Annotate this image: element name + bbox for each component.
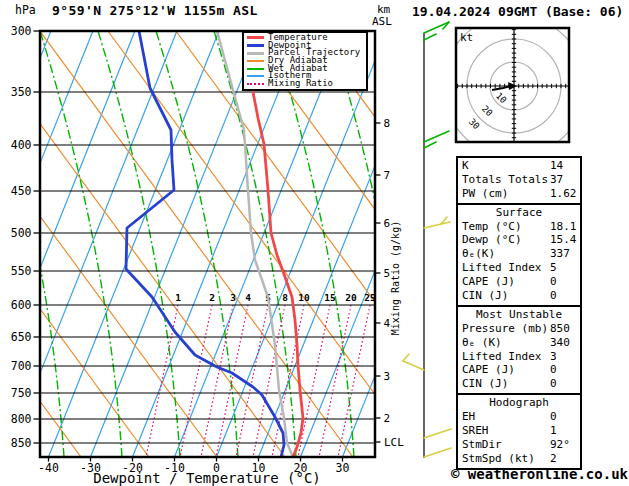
index-value: 14: [550, 159, 563, 172]
svg-text:650: 650: [11, 330, 32, 344]
svg-text:7: 7: [384, 169, 391, 182]
index-label: CAPE (J): [462, 275, 550, 289]
index-value: 18.1: [550, 220, 577, 233]
svg-text:3: 3: [230, 292, 236, 303]
datetime-label: 19.04.2024 09GMT (Base: 06): [412, 4, 623, 19]
legend-line-sample: [247, 52, 264, 55]
index-row: Lifted Index3: [462, 350, 580, 364]
lcl-label: LCL: [384, 436, 404, 449]
index-label: Pressure (mb): [462, 322, 550, 336]
chart-legend: TemperatureDewpointParcel TrajectoryDry …: [242, 31, 368, 91]
asl-unit-label: ASL: [372, 15, 392, 28]
index-value: 0: [550, 363, 557, 376]
mixing-ratio-labels: 12345810152025: [175, 292, 376, 303]
index-row: Lifted Index5: [462, 261, 580, 275]
wind-barb: [403, 354, 409, 361]
svg-text:450: 450: [11, 184, 32, 198]
svg-text:2: 2: [209, 292, 215, 303]
svg-text:600: 600: [11, 298, 32, 312]
index-label: StmDir: [462, 438, 550, 452]
index-value: 850: [550, 322, 570, 335]
index-label: CAPE (J): [462, 363, 550, 377]
indices-box: SurfaceTemp (°C)18.1Dewp (°C)15.4θₑ(K)33…: [456, 203, 582, 307]
svg-text:800: 800: [11, 412, 32, 426]
svg-text:500: 500: [11, 226, 32, 240]
legend-line-sample: [247, 44, 264, 47]
index-row: CAPE (J)0: [462, 275, 580, 289]
index-value: 0: [550, 377, 557, 390]
svg-text:400: 400: [11, 138, 32, 152]
x-axis-title: Dewpoint / Temperature (°C): [93, 470, 321, 486]
svg-text:4: 4: [245, 292, 251, 303]
index-label: EH: [462, 410, 550, 424]
legend-line-sample: [247, 83, 264, 85]
index-label: StmSpd (kt): [462, 452, 550, 466]
index-row: StmDir92°: [462, 438, 580, 452]
indices-box-header: Hodograph: [462, 396, 580, 410]
svg-text:8: 8: [282, 292, 288, 303]
temperature-axis: -40-30-20-100102030Dewpoint / Temperatur…: [38, 457, 349, 486]
svg-text:10: 10: [298, 292, 310, 303]
index-label: PW (cm): [462, 187, 550, 201]
wind-barb: [403, 361, 424, 370]
wind-barb: [424, 429, 451, 438]
index-row: θₑ(K)337: [462, 247, 580, 261]
index-label: Temp (°C): [462, 220, 550, 234]
svg-text:15: 15: [324, 292, 336, 303]
wind-barb: [424, 142, 436, 148]
index-label: CIN (J): [462, 289, 550, 303]
legend-line-sample: [247, 75, 264, 77]
svg-text:350: 350: [11, 85, 32, 99]
page-title: 9°59'N 275°12'W 1155m ASL: [52, 3, 258, 18]
sounding-screenshot: 1234581015202530035040045050055060065070…: [0, 0, 629, 486]
indices-box: K14Totals Totals37PW (cm)1.62: [456, 156, 582, 205]
index-label: Lifted Index: [462, 261, 550, 275]
svg-text:850: 850: [11, 436, 32, 450]
index-label: CIN (J): [462, 377, 550, 391]
index-label: K: [462, 159, 550, 173]
index-row: θₑ (K)340: [462, 336, 580, 350]
index-value: 5: [550, 261, 557, 274]
index-row: CIN (J)0: [462, 289, 580, 303]
index-row: EH0: [462, 410, 580, 424]
index-value: 1.62: [550, 187, 577, 200]
svg-text:8: 8: [384, 117, 391, 130]
index-value: 15.4: [550, 233, 577, 246]
index-value: 1: [550, 424, 557, 437]
indices-box-header: Most Unstable: [462, 308, 580, 322]
index-value: 0: [550, 275, 557, 288]
index-value: 337: [550, 247, 570, 260]
index-row: StmSpd (kt)2: [462, 452, 580, 466]
index-row: Pressure (mb)850: [462, 322, 580, 336]
index-label: θₑ (K): [462, 336, 550, 350]
indices-box-header: Surface: [462, 206, 580, 220]
svg-text:30: 30: [336, 461, 350, 475]
index-label: SREH: [462, 424, 550, 438]
index-label: Totals Totals: [462, 173, 550, 187]
index-row: K14: [462, 159, 580, 173]
svg-text:3: 3: [384, 370, 391, 383]
legend-item: Mixing Ratio: [247, 80, 366, 88]
svg-text:550: 550: [11, 264, 32, 278]
hodograph-unit-label: kt: [460, 31, 473, 44]
pressure-unit-label: hPa: [15, 3, 36, 17]
indices-box: Most UnstablePressure (mb)850θₑ (K)340Li…: [456, 305, 582, 395]
index-row: Totals Totals37: [462, 173, 580, 187]
index-row: CIN (J)0: [462, 377, 580, 391]
index-value: 2: [550, 452, 557, 465]
wind-barb-column: [403, 22, 451, 458]
wind-barb: [424, 131, 449, 142]
mixing-ratio-axis-title: Mixing Ratio (g/kg): [390, 221, 401, 335]
index-value: 3: [550, 350, 557, 363]
legend-line-sample: [247, 60, 264, 62]
index-value: 340: [550, 336, 570, 349]
indices-box: HodographEH0SREH1StmDir92°StmSpd (kt)2: [456, 393, 582, 469]
legend-line-sample: [247, 36, 264, 39]
index-label: θₑ(K): [462, 247, 550, 261]
svg-text:20: 20: [345, 292, 357, 303]
svg-text:700: 700: [11, 359, 32, 373]
wind-barb: [424, 222, 450, 228]
wind-barb: [424, 448, 451, 457]
index-label: Dewp (°C): [462, 233, 550, 247]
wind-barb: [424, 34, 436, 40]
